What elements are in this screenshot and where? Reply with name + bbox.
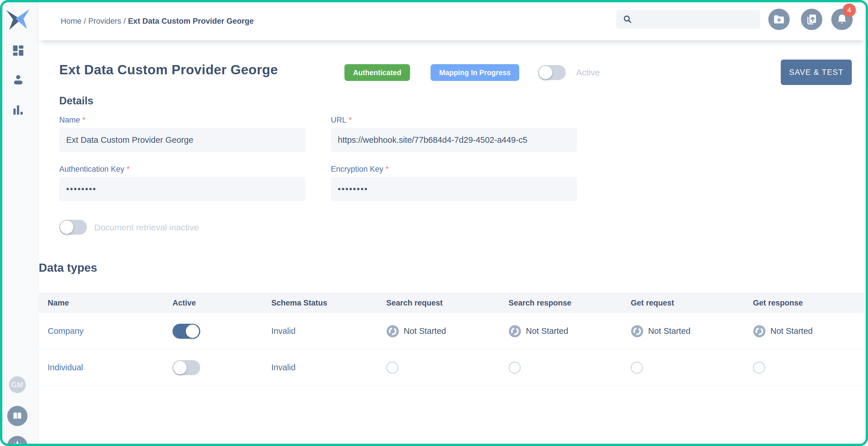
encryption-key-field[interactable] <box>331 177 577 201</box>
status-badge-authenticated: Authenticated <box>344 64 410 81</box>
search-icon <box>623 14 632 24</box>
field-label-text: URL <box>331 116 346 124</box>
details-heading: Details <box>59 95 93 107</box>
column-header-search-request: Search request <box>377 299 500 307</box>
get-request-status: Not Started <box>622 325 744 337</box>
search-input[interactable] <box>637 15 752 24</box>
field-label-text: Encryption Key <box>331 165 383 173</box>
required-marker: * <box>124 165 130 173</box>
notification-count-badge: 4 <box>843 3 856 17</box>
brand-logo-icon[interactable] <box>6 8 30 31</box>
active-toggle-label: Active <box>576 68 600 78</box>
empty-circle-icon <box>508 362 521 374</box>
search-bar <box>616 10 760 29</box>
user-icon[interactable] <box>12 74 24 86</box>
field-label-text: Authentication Key <box>59 165 124 173</box>
page-title: Ext Data Custom Provider George <box>59 62 278 78</box>
row-link-individual[interactable]: Individual <box>48 363 83 372</box>
url-label: URL* <box>331 116 352 125</box>
save-and-test-button[interactable]: SAVE & TEST <box>781 60 852 85</box>
toggle-knob <box>186 325 199 338</box>
progress-ring-icon <box>753 325 766 337</box>
active-toggle[interactable] <box>538 65 566 80</box>
column-header-name: Name <box>39 299 163 307</box>
required-marker: * <box>383 165 389 173</box>
encryption-key-label: Encryption Key* <box>331 165 389 174</box>
breadcrumb-home[interactable]: Home <box>61 17 82 25</box>
breadcrumb-providers[interactable]: Providers <box>88 17 121 25</box>
sidebar: GM <box>2 2 39 444</box>
column-header-active: Active <box>163 299 262 307</box>
url-field[interactable] <box>331 128 577 152</box>
row-link-company[interactable]: Company <box>48 326 84 335</box>
gear-icon[interactable] <box>7 436 27 446</box>
breadcrumb-separator: / <box>82 17 88 25</box>
empty-circle-icon <box>386 362 399 374</box>
search-request-status: Not Started <box>377 325 500 337</box>
empty-circle-icon <box>631 362 643 374</box>
progress-ring-icon <box>508 325 521 337</box>
export-pages-icon[interactable] <box>801 9 823 30</box>
table-row: Individual Invalid <box>39 350 864 386</box>
search-response-status: Not Started <box>500 325 622 337</box>
company-active-toggle[interactable] <box>173 324 200 339</box>
status-badge-mapping: Mapping In Progress <box>431 64 519 81</box>
status-label: Not Started <box>404 326 446 336</box>
search-request-status <box>377 362 500 374</box>
empty-circle-icon <box>753 362 765 374</box>
field-label-text: Name <box>59 116 80 124</box>
progress-ring-icon <box>631 325 644 337</box>
progress-ring-icon <box>386 325 399 337</box>
status-label: Not Started <box>770 326 813 336</box>
individual-active-toggle[interactable] <box>173 360 200 375</box>
user-avatar[interactable]: GM <box>9 376 26 393</box>
document-retrieval-toggle-label: Document retrieval inactive <box>94 222 199 232</box>
column-header-schema-status: Schema Status <box>262 299 377 307</box>
name-label: Name* <box>59 116 86 125</box>
add-folder-icon[interactable] <box>768 9 790 30</box>
status-label: Not Started <box>526 326 568 336</box>
get-response-status <box>744 362 864 374</box>
required-marker: * <box>346 116 352 124</box>
schema-status: Invalid <box>271 326 296 335</box>
required-marker: * <box>80 116 86 124</box>
authentication-key-label: Authentication Key* <box>59 165 130 174</box>
data-types-heading: Data types <box>39 261 97 274</box>
breadcrumb: Home/Providers/Ext Data Custom Provider … <box>61 17 254 26</box>
table-row: Company Invalid Not Started Not Started … <box>39 313 864 350</box>
toggle-knob <box>174 361 187 374</box>
data-types-table: Name Active Schema Status Search request… <box>39 293 864 386</box>
schema-status: Invalid <box>271 363 296 372</box>
get-response-status: Not Started <box>744 325 864 337</box>
column-header-get-request: Get request <box>622 299 744 307</box>
authentication-key-field[interactable] <box>59 177 305 201</box>
dashboard-icon[interactable] <box>12 45 24 56</box>
name-field[interactable] <box>59 128 305 152</box>
column-header-get-response: Get response <box>744 299 864 307</box>
breadcrumb-current: Ext Data Custom Provider George <box>128 17 254 25</box>
book-icon[interactable] <box>7 406 27 426</box>
toggle-knob <box>60 220 73 234</box>
get-request-status <box>622 362 744 374</box>
status-label: Not Started <box>648 326 690 336</box>
column-header-search-response: Search response <box>500 299 622 307</box>
search-response-status <box>500 362 622 374</box>
app-window: GM <box>0 0 868 446</box>
breadcrumb-separator: / <box>121 17 128 25</box>
table-header-row: Name Active Schema Status Search request… <box>39 293 864 313</box>
toggle-knob <box>539 66 552 79</box>
bar-chart-icon[interactable] <box>12 104 24 116</box>
document-retrieval-toggle[interactable] <box>59 220 87 235</box>
